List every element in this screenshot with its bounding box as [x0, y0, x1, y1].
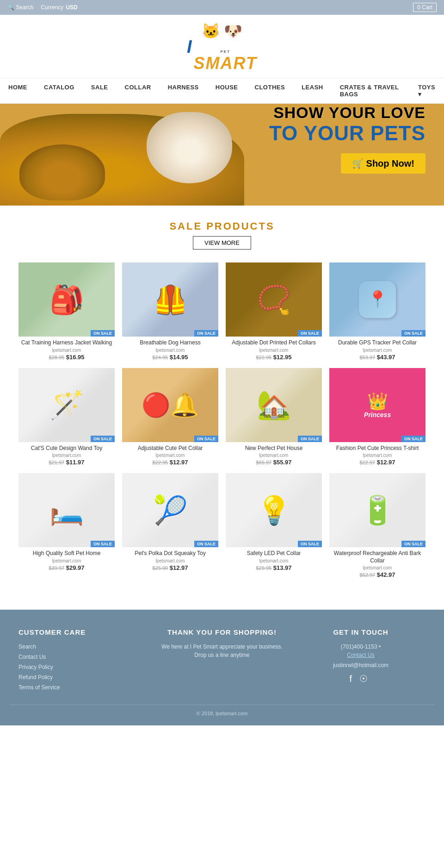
product-name: Waterproof Rechargeable Anti Bark Collar: [329, 550, 426, 564]
instagram-icon[interactable]: ☉: [359, 674, 368, 684]
product-card[interactable]: 🔋 ON SALE Waterproof Rechargeable Anti B…: [326, 469, 429, 582]
product-price: $24.95 $14.95: [122, 354, 218, 361]
product-name: High Quality Soft Pet Home: [18, 550, 115, 557]
product-price: $22.95 $12.97: [122, 459, 218, 466]
currency-selector[interactable]: Currency USD: [41, 4, 77, 11]
footer-thank-you-title: THANK YOU FOR SHOPPING!: [157, 628, 287, 636]
hero-text-block: SHOW YOUR LOVE TO YOUR PETS 🛒 Shop Now!: [0, 104, 444, 183]
product-store: lpetsmart.com: [18, 348, 115, 353]
top-bar: 🔍 Search Currency USD 0 Cart: [0, 0, 444, 15]
on-sale-badge: ON SALE: [298, 330, 322, 337]
product-card[interactable]: 🎒 ON SALE Cat Training Harness Jacket Wa…: [15, 259, 118, 364]
product-image: 🎒 ON SALE: [18, 262, 115, 337]
product-name: Breathable Dog Harness: [122, 339, 218, 347]
nav-home[interactable]: HOME: [0, 78, 36, 103]
product-card[interactable]: 📿 ON SALE Adjustable Dot Printed Pet Col…: [222, 259, 326, 364]
product-store: lpetsmart.com: [329, 565, 426, 570]
on-sale-badge: ON SALE: [298, 541, 322, 547]
product-name: Safety LED Pet Collar: [226, 550, 322, 557]
product-name: Adjustable Cute Pet Collar: [122, 445, 218, 452]
product-image: 🏡 ON SALE: [226, 368, 322, 442]
product-image: 📿 ON SALE: [226, 262, 322, 337]
on-sale-badge: ON SALE: [91, 541, 115, 547]
nav-crates[interactable]: CRATES & TRAVEL BAGS: [332, 78, 410, 103]
footer-phone: (701)400-1153 • Contact Us: [296, 643, 426, 659]
footer-contact-title: GET IN TOUCH: [296, 628, 426, 636]
product-store: lpetsmart.com: [122, 453, 218, 458]
product-image: 🎾 ON SALE: [122, 473, 218, 547]
product-image: 🪄 ON SALE: [18, 368, 115, 442]
facebook-icon[interactable]: f: [349, 674, 352, 684]
product-name: Adjustable Dot Printed Pet Collars: [226, 339, 322, 347]
view-more-button[interactable]: VIEW MORE: [193, 236, 251, 250]
product-price: $21.97 $11.97: [18, 459, 115, 466]
footer-link-refund[interactable]: Refund Policy: [18, 673, 148, 681]
cart-icon: 🛒: [352, 158, 364, 169]
nav-clothes[interactable]: CLOTHES: [247, 78, 294, 103]
product-price: $22.97 $12.97: [329, 459, 426, 466]
product-card[interactable]: 🏡 ON SALE New Perfect Pet House lpetsmar…: [222, 364, 326, 470]
nav-catalog[interactable]: CATALOG: [36, 78, 83, 103]
on-sale-badge: ON SALE: [91, 330, 115, 337]
product-name: Cat'S Cute Design Wand Toy: [18, 445, 115, 452]
on-sale-badge: ON SALE: [194, 541, 218, 547]
product-price: $29.95 $13.97: [226, 564, 322, 571]
footer-customer-care-title: CUSTOMER CARE: [18, 628, 148, 636]
footer-thank-you-text: We here at I Pet Smart appreciate your b…: [157, 643, 287, 659]
nav-leash[interactable]: LEASH: [293, 78, 332, 103]
product-card[interactable]: 📍 ON SALE Durable GPS Tracker Pet Collar…: [326, 259, 429, 364]
product-card[interactable]: 💡 ON SALE Safety LED Pet Collar lpetsmar…: [222, 469, 326, 582]
product-store: lpetsmart.com: [329, 348, 426, 353]
footer-contact-link[interactable]: Contact Us: [296, 651, 426, 659]
footer-copyright: © 2018, lpetsmart.com: [9, 705, 435, 716]
footer-contact: GET IN TOUCH (701)400-1153 • Contact Us …: [296, 628, 426, 693]
shop-now-button[interactable]: 🛒 Shop Now!: [341, 153, 426, 174]
on-sale-badge: ON SALE: [401, 330, 426, 337]
hero-title-line1: SHOW YOUR LOVE: [0, 104, 426, 122]
footer-social: f ☉: [296, 673, 426, 684]
on-sale-badge: ON SALE: [298, 436, 322, 442]
on-sale-badge: ON SALE: [194, 436, 218, 442]
cart-button[interactable]: 0 Cart: [413, 3, 437, 12]
search-link[interactable]: 🔍 Search: [7, 4, 33, 11]
footer-link-contact[interactable]: Contact Us: [18, 653, 148, 661]
nav-house[interactable]: HOUSE: [207, 78, 247, 103]
product-store: lpetsmart.com: [122, 348, 218, 353]
product-card[interactable]: 🔴🔔 ON SALE Adjustable Cute Pet Collar lp…: [118, 364, 222, 470]
hero-title-line2: TO YOUR PETS: [0, 122, 426, 145]
product-card[interactable]: 👑 Princess ON SALE Fashion Pet Cute Prin…: [326, 364, 429, 470]
product-card[interactable]: 🛏️ ON SALE High Quality Soft Pet Home lp…: [15, 469, 118, 582]
product-image: 🔴🔔 ON SALE: [122, 368, 218, 442]
product-name: Fashion Pet Cute Princess T-shirt: [329, 445, 426, 452]
product-image: 💡 ON SALE: [226, 473, 322, 547]
footer-link-privacy[interactable]: Privacy Policy: [18, 663, 148, 671]
product-card[interactable]: 🎾 ON SALE Pet's Polka Dot Squeaky Toy lp…: [118, 469, 222, 582]
footer-link-terms[interactable]: Terms of Service: [18, 683, 148, 692]
product-store: lpetsmart.com: [18, 558, 115, 563]
product-image: 📍 ON SALE: [329, 262, 426, 337]
nav-toys[interactable]: TOYS: [410, 78, 444, 103]
on-sale-badge: ON SALE: [401, 436, 426, 442]
product-store: lpetsmart.com: [329, 453, 426, 458]
product-price: $52.97 $42.97: [329, 571, 426, 578]
hero-banner: SHOW YOUR LOVE TO YOUR PETS 🛒 Shop Now!: [0, 104, 444, 206]
footer-link-search[interactable]: Search: [18, 643, 148, 651]
on-sale-badge: ON SALE: [194, 330, 218, 337]
product-store: lpetsmart.com: [122, 558, 218, 563]
top-bar-right: 0 Cart: [413, 3, 437, 12]
nav-harness[interactable]: HARNESS: [160, 78, 207, 103]
product-name: Cat Training Harness Jacket Walking: [18, 339, 115, 347]
nav-collar[interactable]: COLLAR: [117, 78, 160, 103]
product-card[interactable]: 🦺 ON SALE Breathable Dog Harness lpetsma…: [118, 259, 222, 364]
product-name: New Perfect Pet House: [226, 445, 322, 452]
product-image: 🔋 ON SALE: [329, 473, 426, 547]
product-image: 👑 Princess ON SALE: [329, 368, 426, 442]
footer: CUSTOMER CARE Search Contact Us Privacy …: [0, 610, 444, 725]
footer-grid: CUSTOMER CARE Search Contact Us Privacy …: [18, 628, 426, 693]
logo-text: SMART: [194, 54, 257, 73]
main-nav: HOME CATALOG SALE COLLAR HARNESS HOUSE C…: [0, 78, 444, 104]
logo[interactable]: 🐱 🐶 I PET SMART: [187, 22, 257, 73]
product-price: $28.95 $16.95: [18, 354, 115, 361]
product-card[interactable]: 🪄 ON SALE Cat'S Cute Design Wand Toy lpe…: [15, 364, 118, 470]
nav-sale[interactable]: SALE: [83, 78, 117, 103]
